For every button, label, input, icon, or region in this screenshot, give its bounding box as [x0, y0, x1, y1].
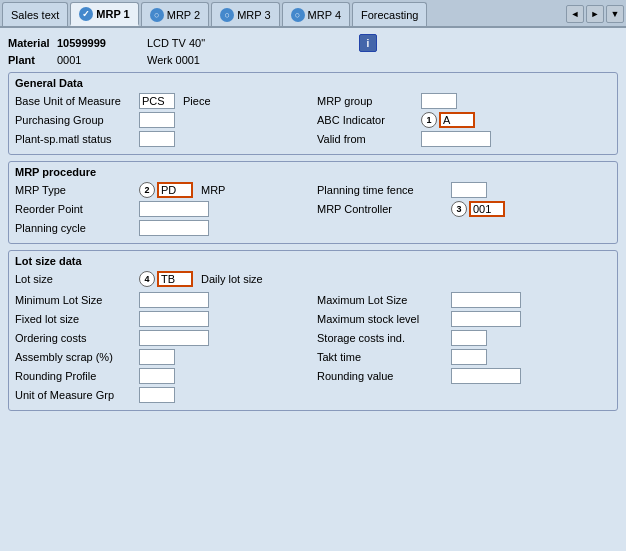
valid-from-label: Valid from [317, 133, 417, 145]
mrp-procedure-title: MRP procedure [15, 166, 611, 178]
planning-cycle-label: Planning cycle [15, 222, 135, 234]
ordering-costs-row: Ordering costs [15, 330, 309, 346]
lot-size-right: Maximum Lot Size Maximum stock level Sto… [317, 292, 611, 406]
min-lot-size-input[interactable] [139, 292, 209, 308]
tab-mrp4[interactable]: ○ MRP 4 [282, 2, 350, 26]
purchasing-group-row: Purchasing Group [15, 112, 309, 128]
max-stock-input[interactable] [451, 311, 521, 327]
base-uom-row: Base Unit of Measure Piece [15, 93, 309, 109]
badge-1: 1 [421, 112, 437, 128]
planning-cycle-input[interactable] [139, 220, 209, 236]
lot-size-row: Lot size 4 Daily lot size [15, 271, 611, 287]
tab-mrp3-icon: ○ [220, 8, 234, 22]
rounding-profile-input[interactable] [139, 368, 175, 384]
tab-forecasting[interactable]: Forecasting [352, 2, 427, 26]
max-lot-size-input[interactable] [451, 292, 521, 308]
lot-size-label: Lot size [15, 273, 135, 285]
mrp-group-row: MRP group [317, 93, 611, 109]
storage-costs-input[interactable] [451, 330, 487, 346]
rounding-profile-label: Rounding Profile [15, 370, 135, 382]
abc-indicator-label: ABC Indicator [317, 114, 417, 126]
mrp-procedure-left: MRP Type 2 MRP Reorder Point Planning cy… [15, 182, 309, 239]
min-lot-size-row: Minimum Lot Size [15, 292, 309, 308]
mrp-type-desc: MRP [201, 184, 225, 196]
reorder-point-row: Reorder Point [15, 201, 309, 217]
rounding-value-input[interactable] [451, 368, 521, 384]
tab-nav-buttons: ◄ ► ▼ [566, 5, 624, 23]
assembly-scrap-label: Assembly scrap (%) [15, 351, 135, 363]
tab-mrp2[interactable]: ○ MRP 2 [141, 2, 209, 26]
badge-4: 4 [139, 271, 155, 287]
nav-next-button[interactable]: ► [586, 5, 604, 23]
badge-3: 3 [451, 201, 467, 217]
abc-indicator-input[interactable] [439, 112, 475, 128]
uom-grp-input[interactable] [139, 387, 175, 403]
general-data-row1: Base Unit of Measure Piece Purchasing Gr… [15, 93, 611, 150]
tab-forecasting-label: Forecasting [361, 9, 418, 21]
material-row: Material 10599999 LCD TV 40" i [8, 34, 618, 52]
tab-mrp1-label: MRP 1 [96, 8, 129, 20]
rounding-profile-row: Rounding Profile [15, 368, 309, 384]
reorder-point-input[interactable] [139, 201, 209, 217]
tab-mrp1[interactable]: ✓ MRP 1 [70, 2, 138, 26]
mrp-group-label: MRP group [317, 95, 417, 107]
assembly-scrap-row: Assembly scrap (%) [15, 349, 309, 365]
mrp-group-input[interactable] [421, 93, 457, 109]
plant-label: Plant [8, 54, 53, 66]
tab-mrp2-icon: ○ [150, 8, 164, 22]
plant-sp-label: Plant-sp.matl status [15, 133, 135, 145]
mrp-type-label: MRP Type [15, 184, 135, 196]
mrp-type-badge-container: 2 [139, 182, 193, 198]
valid-from-input[interactable] [421, 131, 491, 147]
abc-badge-container: 1 [421, 112, 475, 128]
mrp-procedure-right: Planning time fence MRP Controller 3 [317, 182, 611, 239]
planning-time-fence-row: Planning time fence [317, 182, 611, 198]
abc-indicator-row: ABC Indicator 1 [317, 112, 611, 128]
mrp-controller-row: MRP Controller 3 [317, 201, 611, 217]
lot-size-desc: Daily lot size [201, 273, 263, 285]
plant-desc: Werk 0001 [147, 54, 200, 66]
mrp-procedure-section: MRP procedure MRP Type 2 MRP Reorder Poi… [8, 161, 618, 244]
mrp-procedure-content: MRP Type 2 MRP Reorder Point Planning cy… [15, 182, 611, 239]
reorder-point-label: Reorder Point [15, 203, 135, 215]
lot-size-input[interactable] [157, 271, 193, 287]
uom-grp-label: Unit of Measure Grp [15, 389, 135, 401]
storage-costs-row: Storage costs ind. [317, 330, 611, 346]
general-data-title: General Data [15, 77, 611, 89]
planning-time-fence-label: Planning time fence [317, 184, 447, 196]
mrp-type-row: MRP Type 2 MRP [15, 182, 309, 198]
mrp-type-input[interactable] [157, 182, 193, 198]
lot-size-content: Minimum Lot Size Fixed lot size Ordering… [15, 292, 611, 406]
lot-size-section: Lot size data Lot size 4 Daily lot size … [8, 250, 618, 411]
ordering-costs-input[interactable] [139, 330, 209, 346]
fixed-lot-input[interactable] [139, 311, 209, 327]
mrp-controller-label: MRP Controller [317, 203, 447, 215]
takt-time-input[interactable] [451, 349, 487, 365]
storage-costs-label: Storage costs ind. [317, 332, 447, 344]
lot-size-badge-container: 4 [139, 271, 193, 287]
nav-down-button[interactable]: ▼ [606, 5, 624, 23]
rounding-value-row: Rounding value [317, 368, 611, 384]
mrp-controller-input[interactable] [469, 201, 505, 217]
fixed-lot-label: Fixed lot size [15, 313, 135, 325]
info-button[interactable]: i [359, 34, 377, 52]
max-lot-size-row: Maximum Lot Size [317, 292, 611, 308]
sales-text-label: Sales text [11, 9, 59, 21]
fixed-lot-row: Fixed lot size [15, 311, 309, 327]
assembly-scrap-input[interactable] [139, 349, 175, 365]
purchasing-group-input[interactable] [139, 112, 175, 128]
nav-prev-button[interactable]: ◄ [566, 5, 584, 23]
material-field-group: Material 10599999 [8, 37, 137, 49]
takt-time-label: Takt time [317, 351, 447, 363]
planning-time-fence-input[interactable] [451, 182, 487, 198]
base-uom-input[interactable] [139, 93, 175, 109]
tab-bar: Sales text ✓ MRP 1 ○ MRP 2 ○ MRP 3 ○ MRP… [0, 0, 626, 28]
rounding-value-label: Rounding value [317, 370, 447, 382]
plant-sp-row: Plant-sp.matl status [15, 131, 309, 147]
tab-sales-text[interactable]: Sales text [2, 2, 68, 26]
plant-sp-input[interactable] [139, 131, 175, 147]
lot-size-title: Lot size data [15, 255, 611, 267]
tab-mrp4-icon: ○ [291, 8, 305, 22]
tab-mrp3[interactable]: ○ MRP 3 [211, 2, 279, 26]
material-label: Material [8, 37, 53, 49]
